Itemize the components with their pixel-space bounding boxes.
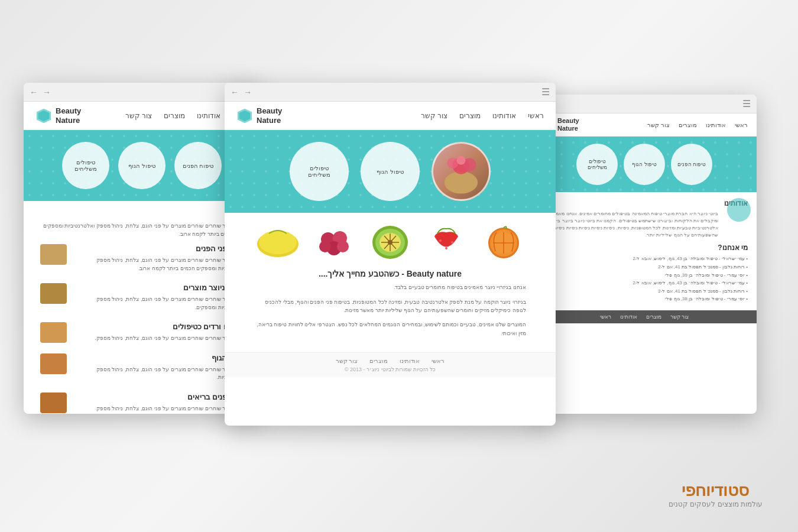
main-circle-image: [432, 142, 491, 201]
strawberry-fruit-icon: [423, 222, 470, 260]
right-footer: ראשי אודותינו מוצרים צור קשר: [532, 310, 757, 323]
svg-point-2: [447, 158, 459, 169]
right-nav-contact[interactable]: צור קשר: [647, 122, 670, 128]
svg-point-6: [259, 231, 297, 254]
right-brand-name: Beauty Nature: [557, 117, 579, 132]
lemon-fruit-icon: [254, 222, 301, 260]
studio-logo: סטודיוחפי עולמות מוצצים לעסקים קטנים: [669, 481, 763, 508]
back-arrow[interactable]: ←: [30, 87, 38, 97]
left-nav-buttons[interactable]: ← →: [30, 87, 51, 97]
right-who-title: מי אנחנו?: [541, 244, 748, 252]
right-toolbar: ☰: [532, 95, 757, 113]
right-site-header: Beauty Nature ראשי אודותינו מוצרים צור ק…: [532, 113, 757, 137]
main-body-text: אנחנו בגיזרויי ניוצר מאמינים בטיפוח מחומ…: [236, 283, 544, 338]
right-circle-treatments[interactable]: טיפוליםמשליחים: [576, 144, 618, 185]
main-nav-products[interactable]: מוצרים: [459, 112, 481, 120]
left-section-image-4: [40, 353, 67, 374]
main-body-text-2: בגיזרוי ניוצר הוקמה על מנת לספק אלטרנטיב…: [254, 298, 526, 315]
footer-nav-contact[interactable]: צור קשר: [336, 358, 358, 364]
svg-point-19: [388, 240, 392, 245]
left-section-title-5: טיפוח פנים בריאים: [35, 392, 248, 401]
left-section-title-4: טיפוח הגוף: [35, 353, 248, 362]
left-nav-products[interactable]: מוצרים: [164, 112, 185, 120]
main-footer-nav[interactable]: ראשי אודותינו מוצרים צור קשר: [236, 358, 544, 364]
svg-point-4: [456, 156, 465, 165]
left-nav-contact[interactable]: צור קשר: [125, 112, 152, 120]
svg-point-20: [439, 239, 442, 242]
main-back-arrow[interactable]: ←: [231, 87, 239, 97]
main-nav-home[interactable]: ראשי: [528, 112, 544, 120]
studio-name: סטודיוחפי: [669, 481, 763, 500]
left-section-title-1: טיפוח פני הפנים: [35, 244, 248, 253]
svg-point-22: [445, 247, 447, 249]
right-menu-icon[interactable]: ☰: [742, 98, 751, 109]
main-menu-icon[interactable]: ☰: [541, 86, 550, 98]
footer-nav-home[interactable]: ראשי: [432, 358, 445, 364]
team-member-6: • יוסי עמרי - טיפול ומובלה׳ בן 38, גוף פ…: [541, 295, 748, 303]
main-brand-logo: Beauty Nature: [236, 106, 282, 125]
right-about-title: אודותינו: [541, 199, 748, 207]
svg-point-11: [337, 241, 349, 252]
right-about-text: ביוטי ניוצר היא חברת מוצרי טיפוח המאמינה…: [541, 210, 748, 239]
right-nav-about[interactable]: אודותינו: [706, 122, 726, 128]
left-section-text-2: לגיזרוי ניוצר שוחרים שוחרים מוצרים על פנ…: [35, 296, 248, 312]
main-nav-links[interactable]: ראשי אודותינו מוצרים צור קשר: [421, 112, 544, 120]
footer-nav-products[interactable]: מוצרים: [369, 358, 388, 364]
left-section-item-4: טיפוח הגוף לגיזרוי ניוצר שוחרים שוחרים מ…: [35, 353, 248, 388]
main-logo-icon: [236, 108, 253, 124]
left-section-text-4: לגיזרוי ניוצר שוחרים שוחרים מוצרים על פנ…: [35, 366, 248, 382]
right-browser-window: ☰ Beauty Nature ראשי אודותינו מוצרים צור…: [532, 95, 757, 414]
left-section-image-1: [40, 244, 67, 265]
team-member-2: • רוחות גלבון - סמנכ׳ל תפסול בת 41, אם ל…: [541, 263, 748, 271]
right-nav-products[interactable]: מוצרים: [679, 122, 697, 128]
left-products-title: מוצרים: [35, 210, 248, 219]
right-circle-body[interactable]: טיפול הגוף: [624, 144, 665, 185]
left-circle-treatments[interactable]: טיפוליםמשליחים: [62, 142, 109, 189]
right-footer-home[interactable]: ראשי: [600, 314, 611, 320]
svg-point-0: [445, 171, 478, 194]
main-nav-contact[interactable]: צור קשר: [421, 112, 447, 120]
left-section-text-1: לגיזרוי ניוצר שוחרים שוחרים מוצרים על פנ…: [35, 257, 248, 273]
forward-arrow[interactable]: →: [43, 87, 51, 97]
left-circle-body[interactable]: טיפול הגוף: [118, 142, 166, 189]
svg-point-21: [451, 241, 453, 244]
main-browser-window: ← → ☰ Beauty Nature ראשי אודותינו מוצרים…: [225, 83, 556, 426]
main-forward-arrow[interactable]: →: [244, 87, 252, 97]
main-brand-name: Beauty Nature: [257, 106, 282, 125]
svg-point-10: [319, 241, 331, 252]
main-footer: ראשי אודותינו מוצרים צור קשר © כל הזכויו…: [225, 352, 556, 377]
left-section-item-3: טיפולים ורדים כטיפולים לגיזרוי ניוצר שוח…: [35, 322, 248, 349]
right-footer-about[interactable]: אודותינו: [620, 314, 637, 320]
left-section-image-3: [40, 322, 67, 343]
main-circle-treatments[interactable]: טיפוליםמשליחים: [290, 142, 349, 201]
footer-copyright: © כל הזכויות שמורות לביוטי ניוצ׳ר - 2013: [236, 366, 544, 372]
fruits-section: Beauty nature - כשהטבע מחייך אליך.... אנ…: [225, 213, 556, 352]
team-member-3: • יוסי עמרי - טיפול ומובלה׳ בן 39, גוף פ…: [541, 271, 748, 280]
main-nav-buttons[interactable]: ← →: [231, 87, 252, 97]
left-section-item-2: הגיזרוי ניוצר מוצרים לגיזרוי ניוצר שוחרי…: [35, 283, 248, 317]
right-circle-face[interactable]: טיפוח הפנים: [671, 144, 712, 185]
left-brand-logo: Beauty Nature: [35, 106, 81, 125]
footer-nav-about[interactable]: אודותינו: [400, 358, 420, 364]
right-footer-products[interactable]: מוצרים: [646, 314, 661, 320]
left-logo-icon: [35, 108, 52, 124]
main-hero: טיפוליםמשליחים טיפול הגוף: [225, 130, 556, 213]
right-team-list: • עמי ישראלי - טיפול ומובלה׳ בן 43, גוף,…: [541, 255, 748, 303]
main-toolbar: ← → ☰: [225, 83, 556, 102]
main-circle-body[interactable]: טיפול הגוף: [361, 142, 420, 201]
left-section-image-2: [40, 283, 67, 304]
left-section-image-5: [40, 392, 67, 413]
raspberry-fruit-icon: [310, 222, 358, 260]
right-nav-links[interactable]: ראשי אודותינו מוצרים צור קשר: [647, 122, 748, 128]
left-section-text-3: לגיזרוי ניוצר שוחרים שוחרים מוצרים על פנ…: [35, 335, 248, 343]
team-member-1: • עמי ישראלי - טיפול ומובלה׳ בן 43, גוף,…: [541, 255, 748, 263]
main-nav-about[interactable]: אודותינו: [492, 112, 516, 120]
left-circle-face[interactable]: טיפוח הפנים: [174, 142, 222, 189]
left-section-text-5: לגיזרוי ניוצר שוחרים שוחרים מוצרים על פנ…: [35, 405, 248, 414]
orange-fruit-icon: [479, 222, 526, 260]
right-hero: טיפוליםמשליחים טיפול הגוף טיפוח הפנים: [532, 137, 757, 192]
left-nav-about[interactable]: אודותינו: [197, 112, 220, 120]
fruits-row: [236, 222, 544, 260]
right-footer-contact[interactable]: צור קשר: [670, 314, 689, 320]
right-nav-home[interactable]: ראשי: [735, 122, 748, 128]
